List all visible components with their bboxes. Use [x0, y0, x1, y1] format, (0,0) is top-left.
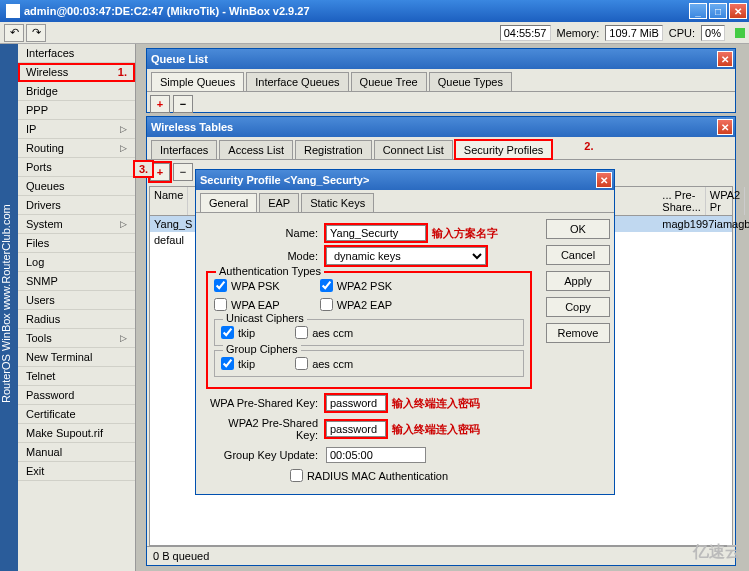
main-toolbar: ↶ ↷ 04:55:57 Memory: 109.7 MiB CPU: 0%	[0, 22, 749, 44]
sidebar-item-telnet[interactable]: Telnet	[18, 367, 135, 386]
minimize-button[interactable]: _	[689, 3, 707, 19]
auth-types-group: Authentication Types WPA PSK WPA2 PSK WP…	[206, 271, 532, 389]
status-led	[735, 28, 745, 38]
title-text: admin@00:03:47:DE:C2:47 (MikroTik) - Win…	[24, 5, 310, 17]
grp-aes-check[interactable]	[295, 357, 308, 370]
app-icon	[6, 4, 20, 18]
tab-registration[interactable]: Registration	[295, 140, 372, 159]
name-label: Name:	[206, 227, 326, 239]
sidebar-item-make-supout[interactable]: Make Supout.rif	[18, 424, 135, 443]
tab-queue-tree[interactable]: Queue Tree	[351, 72, 427, 91]
remove-button[interactable]: Remove	[546, 323, 610, 343]
wpa-key-label: WPA Pre-Shared Key:	[206, 397, 326, 409]
undo-button[interactable]: ↶	[4, 24, 24, 42]
sidebar-item-ppp[interactable]: PPP	[18, 101, 135, 120]
apply-button[interactable]: Apply	[546, 271, 610, 291]
tab-security-profiles[interactable]: Security Profiles	[455, 140, 552, 159]
grp-tkip-check[interactable]	[221, 357, 234, 370]
sidebar-item-routing[interactable]: Routing▷	[18, 139, 135, 158]
close-button[interactable]: ✕	[729, 3, 747, 19]
dlg-close-icon[interactable]: ✕	[596, 172, 612, 188]
sidebar-item-new-terminal[interactable]: New Terminal	[18, 348, 135, 367]
wpa2-psk-check[interactable]	[320, 279, 333, 292]
sidebar-item-log[interactable]: Log	[18, 253, 135, 272]
wpa-psk-check[interactable]	[214, 279, 227, 292]
watermark: 亿速云	[693, 542, 741, 563]
sidebar-item-password[interactable]: Password	[18, 386, 135, 405]
sidebar-item-wireless[interactable]: Wireless1.	[18, 63, 135, 82]
tab-general[interactable]: General	[200, 193, 257, 212]
sidebar: Interfaces Wireless1. Bridge PPP IP▷ Rou…	[18, 44, 136, 571]
main-titlebar: admin@00:03:47:DE:C2:47 (MikroTik) - Win…	[0, 0, 749, 22]
cancel-button[interactable]: Cancel	[546, 245, 610, 265]
time-display: 04:55:57	[500, 25, 551, 41]
redo-button[interactable]: ↷	[26, 24, 46, 42]
cpu-label: CPU:	[669, 27, 695, 39]
profile-add-button[interactable]: +	[150, 163, 170, 181]
side-branding: RouterOS WinBox www.RouterClub.com	[0, 44, 18, 571]
sidebar-item-radius[interactable]: Radius	[18, 310, 135, 329]
sidebar-item-system[interactable]: System▷	[18, 215, 135, 234]
wtables-close-icon[interactable]: ✕	[717, 119, 733, 135]
uni-tkip-check[interactable]	[221, 326, 234, 339]
tab-connect-list[interactable]: Connect List	[374, 140, 453, 159]
sidebar-item-snmp[interactable]: SNMP	[18, 272, 135, 291]
security-profile-dialog: Security Profile <Yang_Securty>✕ General…	[195, 169, 615, 495]
wpa2-key-input[interactable]	[326, 421, 386, 437]
sidebar-item-interfaces[interactable]: Interfaces	[18, 44, 135, 63]
tab-static-keys[interactable]: Static Keys	[301, 193, 374, 212]
gku-label: Group Key Update:	[206, 449, 326, 461]
uni-aes-check[interactable]	[295, 326, 308, 339]
col-name[interactable]: Name	[150, 187, 188, 215]
copy-button[interactable]: Copy	[546, 297, 610, 317]
mode-label: Mode:	[206, 250, 326, 262]
mode-select[interactable]: dynamic keys	[326, 247, 486, 265]
wtables-title: Wireless Tables	[151, 121, 233, 133]
sidebar-item-queues[interactable]: Queues	[18, 177, 135, 196]
tab-access-list[interactable]: Access List	[219, 140, 293, 159]
tab-simple-queues[interactable]: Simple Queues	[151, 72, 244, 91]
tab-interface-queues[interactable]: Interface Queues	[246, 72, 348, 91]
queue-remove-button[interactable]: −	[173, 95, 193, 113]
queue-add-button[interactable]: +	[150, 95, 170, 113]
sidebar-item-manual[interactable]: Manual	[18, 443, 135, 462]
sidebar-item-files[interactable]: Files	[18, 234, 135, 253]
sidebar-item-tools[interactable]: Tools▷	[18, 329, 135, 348]
wpa2-key-label: WPA2 Pre-Shared Key:	[206, 417, 326, 441]
sidebar-item-certificate[interactable]: Certificate	[18, 405, 135, 424]
gku-input[interactable]	[326, 447, 426, 463]
wtables-footer: 0 B queued	[147, 546, 735, 565]
queue-title: Queue List	[151, 53, 208, 65]
name-input[interactable]	[326, 225, 426, 241]
tab-queue-types[interactable]: Queue Types	[429, 72, 512, 91]
memory-label: Memory:	[557, 27, 600, 39]
profile-remove-button[interactable]: −	[173, 163, 193, 181]
maximize-button[interactable]: □	[709, 3, 727, 19]
sidebar-item-drivers[interactable]: Drivers	[18, 196, 135, 215]
wpa-eap-check[interactable]	[214, 298, 227, 311]
col-wpa2[interactable]: WPA2 Pr	[706, 187, 745, 215]
sidebar-item-exit[interactable]: Exit	[18, 462, 135, 481]
col-preshare[interactable]: ... Pre-Share...	[658, 187, 706, 215]
tab-interfaces[interactable]: Interfaces	[151, 140, 217, 159]
sidebar-item-bridge[interactable]: Bridge	[18, 82, 135, 101]
queue-list-window: Queue List✕ Simple Queues Interface Queu…	[146, 48, 736, 113]
wpa2-eap-check[interactable]	[320, 298, 333, 311]
sidebar-item-ip[interactable]: IP▷	[18, 120, 135, 139]
dlg-title: Security Profile <Yang_Securty>	[200, 174, 369, 186]
ok-button[interactable]: OK	[546, 219, 610, 239]
wpa-key-input[interactable]	[326, 395, 386, 411]
sidebar-item-ports[interactable]: Ports	[18, 158, 135, 177]
tab-eap[interactable]: EAP	[259, 193, 299, 212]
cpu-value: 0%	[701, 25, 725, 41]
queue-close-icon[interactable]: ✕	[717, 51, 733, 67]
sidebar-item-users[interactable]: Users	[18, 291, 135, 310]
memory-value: 109.7 MiB	[605, 25, 663, 41]
radius-check[interactable]	[290, 469, 303, 482]
